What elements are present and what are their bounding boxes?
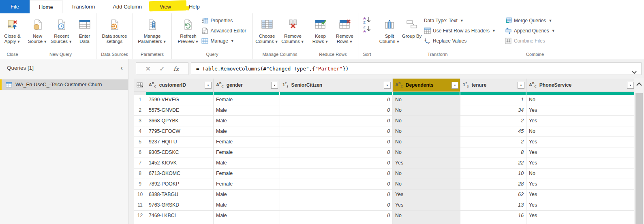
grid-cell[interactable]: 7590-VHVEG: [146, 95, 214, 105]
grid-cell[interactable]: 0: [280, 190, 393, 200]
grid-cell[interactable]: Male: [214, 158, 280, 169]
grid-cell[interactable]: [460, 221, 526, 224]
properties-button[interactable]: Properties: [200, 17, 234, 24]
grid-cell[interactable]: 9305-CDSKC: [146, 147, 214, 158]
remove-columns-button[interactable]: Remove Columns▼: [280, 14, 306, 45]
grid-cell[interactable]: 22: [460, 158, 526, 169]
grid-cell[interactable]: 7892-POOKP: [146, 179, 214, 190]
grid-cell[interactable]: No: [393, 147, 460, 158]
grid-cell[interactable]: Yes: [526, 158, 636, 169]
grid-cell[interactable]: Male: [214, 116, 280, 126]
row-number[interactable]: 11: [134, 200, 146, 211]
row-number[interactable]: 5: [134, 137, 146, 147]
grid-cell[interactable]: 13: [460, 200, 526, 211]
tab-home[interactable]: Home: [30, 0, 62, 13]
grid-cell[interactable]: 0: [280, 95, 393, 105]
select-all-corner[interactable]: [134, 79, 146, 92]
row-number[interactable]: 3: [134, 116, 146, 126]
split-column-button[interactable]: Split Column▼: [378, 14, 401, 45]
row-number[interactable]: 9: [134, 179, 146, 190]
group-by-button[interactable]: Group By: [401, 14, 422, 39]
grid-cell[interactable]: Yes: [526, 105, 636, 116]
grid-cell[interactable]: Female: [214, 169, 280, 179]
scroll-up-icon[interactable]: [634, 78, 644, 90]
row-number[interactable]: 12: [134, 211, 146, 221]
grid-cell[interactable]: 2: [460, 137, 526, 147]
row-number[interactable]: [134, 221, 146, 224]
grid-cell[interactable]: Yes: [526, 190, 636, 200]
grid-cell[interactable]: 0: [280, 179, 393, 190]
grid-cell[interactable]: 7795-CFOCW: [146, 126, 214, 137]
row-number[interactable]: 4: [134, 126, 146, 137]
query-list-item[interactable]: WA_Fn-UseC_-Telco-Customer-Churn: [0, 79, 128, 90]
grid-cell[interactable]: 34: [460, 105, 526, 116]
grid-cell[interactable]: 0: [280, 158, 393, 169]
grid-cell[interactable]: 6713-OKOMC: [146, 169, 214, 179]
grid-cell[interactable]: Yes: [526, 116, 636, 126]
grid-cell[interactable]: No: [393, 105, 460, 116]
vertical-scrollbar[interactable]: [634, 78, 644, 224]
grid-cell[interactable]: 0: [280, 169, 393, 179]
grid-cell[interactable]: 0: [280, 147, 393, 158]
merge-queries-button[interactable]: Merge Queries▼: [503, 17, 554, 24]
close-and-apply-button[interactable]: Close & Apply▼: [1, 14, 24, 45]
manage-button[interactable]: Manage▼: [200, 37, 235, 45]
tab-add-column[interactable]: Add Column: [104, 0, 151, 13]
grid-cell[interactable]: No: [393, 95, 460, 105]
grid-cell[interactable]: Male: [214, 211, 280, 221]
grid-cell[interactable]: No: [526, 95, 636, 105]
refresh-preview-button[interactable]: Refresh Preview▼: [176, 14, 200, 45]
append-queries-button[interactable]: Append Queries▼: [503, 27, 557, 34]
grid-cell[interactable]: Yes: [526, 179, 636, 190]
row-number[interactable]: 8: [134, 169, 146, 179]
grid-cell[interactable]: Male: [214, 200, 280, 211]
grid-cell[interactable]: 16: [460, 211, 526, 221]
column-header-customerID[interactable]: ABCcustomerID▼: [146, 79, 214, 92]
row-number[interactable]: 2: [134, 105, 146, 116]
column-filter-button[interactable]: ▼: [384, 82, 391, 89]
grid-cell[interactable]: 0: [280, 116, 393, 126]
sort-ascending-button[interactable]: AZ: [361, 16, 373, 23]
column-filter-button[interactable]: ▼: [627, 82, 634, 89]
column-header-gender[interactable]: ABCgender▼: [214, 79, 280, 92]
new-source-button[interactable]: New Source▼: [26, 14, 49, 45]
grid-cell[interactable]: 28: [460, 179, 526, 190]
grid-cell[interactable]: Yes: [526, 147, 636, 158]
advanced-editor-button[interactable]: Advanced Editor: [200, 27, 248, 34]
grid-cell[interactable]: Yes: [393, 158, 460, 169]
grid-cell[interactable]: 8: [460, 147, 526, 158]
grid-cell[interactable]: [393, 221, 460, 224]
column-header-PhoneService[interactable]: ABCPhoneService▼: [526, 79, 636, 92]
grid-cell[interactable]: 6388-TABGU: [146, 190, 214, 200]
grid-cell[interactable]: 7469-LKBCI: [146, 211, 214, 221]
grid-cell[interactable]: Yes: [393, 190, 460, 200]
grid-cell[interactable]: 0: [280, 105, 393, 116]
choose-columns-button[interactable]: Choose Columns▼: [254, 14, 280, 45]
recent-sources-button[interactable]: Recent Sources▼: [49, 14, 74, 45]
grid-cell[interactable]: 0: [280, 211, 393, 221]
grid-cell[interactable]: 0: [280, 137, 393, 147]
grid-cell[interactable]: No: [393, 116, 460, 126]
column-header-tenure[interactable]: 123tenure▼: [460, 79, 526, 92]
grid-cell[interactable]: Yes: [393, 200, 460, 211]
enter-data-button[interactable]: Enter Data: [74, 14, 96, 44]
grid-cell[interactable]: Male: [214, 105, 280, 116]
grid-cell[interactable]: [146, 221, 214, 224]
grid-cell[interactable]: 45: [460, 126, 526, 137]
column-filter-button[interactable]: ▼: [518, 82, 524, 89]
grid-cell[interactable]: Male: [214, 126, 280, 137]
file-menu[interactable]: File: [0, 0, 30, 13]
grid-cell[interactable]: 9763-GRSKD: [146, 200, 214, 211]
grid-cell[interactable]: 0: [280, 200, 393, 211]
grid-cell[interactable]: No: [393, 126, 460, 137]
row-number[interactable]: 6: [134, 147, 146, 158]
tab-help[interactable]: Help: [180, 0, 209, 13]
grid-cell[interactable]: 9237-HQITU: [146, 137, 214, 147]
grid-cell[interactable]: No: [393, 169, 460, 179]
data-type-button[interactable]: Data Type: Text▼: [422, 17, 465, 24]
combine-files-button[interactable]: Combine Files: [503, 37, 547, 45]
grid-cell[interactable]: [280, 221, 393, 224]
use-first-row-as-headers-button[interactable]: Use First Row as Headers▼: [422, 27, 497, 34]
sort-descending-button[interactable]: ZA: [361, 25, 373, 32]
grid-cell[interactable]: 1452-KIOVK: [146, 158, 214, 169]
